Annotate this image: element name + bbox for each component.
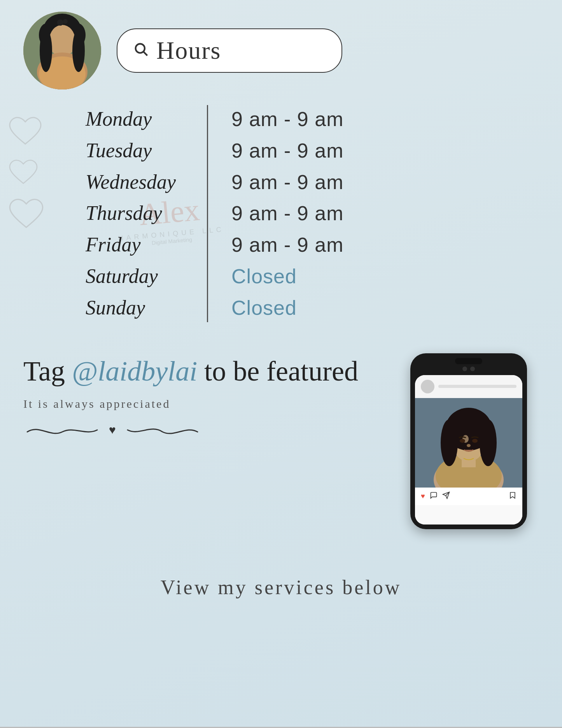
comment-icon xyxy=(430,491,438,501)
phone-screen: ♥ xyxy=(415,375,522,525)
time-monday: 9 am - 9 am xyxy=(231,105,343,133)
time-tuesday: 9 am - 9 am xyxy=(231,137,343,165)
time-wednesday: 9 am - 9 am xyxy=(231,168,343,196)
day-wednesday: Wednesday xyxy=(86,168,176,196)
svg-point-29 xyxy=(471,414,485,431)
day-friday: Friday xyxy=(86,231,176,259)
heart-icon: ♥ xyxy=(421,492,425,500)
svg-point-32 xyxy=(472,439,478,443)
share-icon xyxy=(442,491,450,501)
time-saturday: Closed xyxy=(231,262,343,291)
svg-marker-36 xyxy=(510,492,515,498)
time-sunday: Closed xyxy=(231,294,343,322)
svg-point-8 xyxy=(49,25,75,54)
squiggle-right xyxy=(124,422,201,438)
svg-point-15 xyxy=(63,19,68,24)
page-wrapper: Hours Alex HARMONIQUE LLC Digital Market… xyxy=(0,0,562,728)
tag-prefix: Tag xyxy=(23,356,72,387)
camera-dot-left xyxy=(462,367,467,371)
svg-point-13 xyxy=(72,29,85,72)
insta-avatar xyxy=(421,380,434,393)
svg-point-14 xyxy=(57,19,63,26)
squiggle-decoration: ♥ xyxy=(23,422,395,438)
appreciated-text: It is always appreciated xyxy=(23,397,395,410)
day-tuesday: Tuesday xyxy=(86,137,176,165)
schedule-divider xyxy=(207,105,208,322)
camera-dots xyxy=(415,367,522,371)
days-column: Monday Tuesday Wednesday Thursday Friday… xyxy=(86,105,195,322)
hearts-decoration xyxy=(8,117,45,232)
bottom-section: Tag @laidbylai to be featured It is alwa… xyxy=(23,353,539,529)
insta-photo xyxy=(415,398,522,488)
camera-dot-right xyxy=(470,367,475,371)
services-cta: View my services below xyxy=(161,576,402,598)
save-icon xyxy=(509,491,516,501)
times-column: 9 am - 9 am 9 am - 9 am 9 am - 9 am 9 am… xyxy=(220,105,343,322)
svg-line-17 xyxy=(144,52,147,55)
hours-title: Hours xyxy=(156,36,221,65)
search-icon xyxy=(133,41,149,60)
insta-header xyxy=(415,375,522,398)
day-sunday: Sunday xyxy=(86,294,176,322)
services-section: View my services below xyxy=(23,560,539,610)
heart-decoration: ♥ xyxy=(109,423,116,437)
svg-point-31 xyxy=(460,439,465,443)
phone-mockup: ♥ xyxy=(410,353,527,529)
svg-point-12 xyxy=(40,29,52,72)
squiggle-left xyxy=(23,422,101,438)
time-thursday: 9 am - 9 am xyxy=(231,199,343,228)
insta-actions: ♥ xyxy=(415,488,522,505)
day-saturday: Saturday xyxy=(86,262,176,291)
schedule-section: Monday Tuesday Wednesday Thursday Friday… xyxy=(86,105,539,322)
phone-frame: ♥ xyxy=(410,353,527,529)
svg-point-33 xyxy=(467,444,471,447)
tag-section: Tag @laidbylai to be featured It is alwa… xyxy=(23,353,410,438)
day-monday: Monday xyxy=(86,105,176,133)
tag-line: Tag @laidbylai to be featured xyxy=(23,353,395,390)
profile-avatar xyxy=(23,12,101,89)
insta-comment-area xyxy=(415,505,522,525)
svg-point-16 xyxy=(136,44,145,53)
header-section: Hours xyxy=(23,12,539,89)
tag-suffix: to be featured xyxy=(197,356,358,387)
search-bar[interactable]: Hours xyxy=(117,28,342,73)
time-friday: 9 am - 9 am xyxy=(231,231,343,259)
tag-handle: @laidbylai xyxy=(72,356,197,387)
day-thursday: Thursday xyxy=(86,199,176,228)
